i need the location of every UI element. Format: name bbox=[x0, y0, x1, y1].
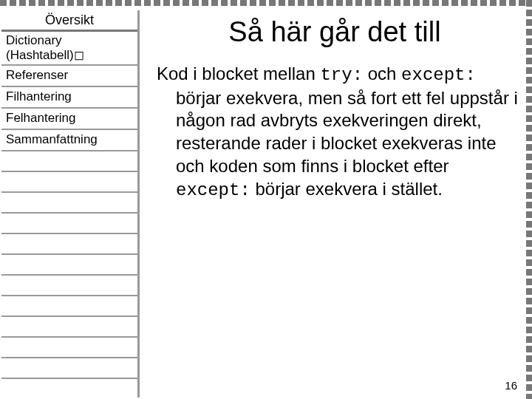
body-text-pre: Kod i blocket mellan bbox=[157, 64, 320, 83]
sidebar: Översikt Dictionary (Hashtabell)◻ Refere… bbox=[1, 10, 140, 398]
sidebar-item-label: Filhantering bbox=[6, 89, 72, 103]
sidebar-item-empty bbox=[1, 358, 137, 379]
slide-body: Kod i blocket mellan try: och except: bö… bbox=[148, 63, 522, 202]
sidebar-item-filhantering[interactable]: Filhantering bbox=[1, 87, 137, 109]
code-try: try: bbox=[320, 65, 363, 85]
sidebar-item-empty bbox=[1, 151, 137, 172]
sidebar-item-empty bbox=[1, 255, 137, 276]
decorative-right-border bbox=[526, 0, 532, 399]
sidebar-item-felhantering[interactable]: Felhantering bbox=[1, 109, 137, 130]
sidebar-header: Översikt bbox=[1, 10, 137, 32]
page-number: 16 bbox=[505, 379, 517, 392]
content-area: Så här går det till Kod i blocket mellan… bbox=[148, 9, 522, 393]
sidebar-item-empty bbox=[1, 338, 137, 358]
body-text-mid1: och bbox=[363, 64, 401, 83]
body-text-post: börjar exekvera i stället. bbox=[250, 179, 443, 199]
sidebar-item-sammanfattning[interactable]: Sammanfattning bbox=[1, 130, 137, 151]
body-text-mid2: börjar exekvera, men så fort ett fel upp… bbox=[176, 88, 518, 176]
slide-title: Så här går det till bbox=[148, 16, 522, 48]
sidebar-item-label: Felhantering bbox=[6, 111, 76, 125]
marker-icon: ◻ bbox=[74, 48, 84, 62]
sidebar-item-empty bbox=[1, 296, 137, 317]
sidebar-item-label: Dictionary (Hashtabell) bbox=[6, 33, 74, 62]
code-except-1: except: bbox=[401, 65, 476, 85]
sidebar-item-empty bbox=[1, 172, 137, 193]
slide: Översikt Dictionary (Hashtabell)◻ Refere… bbox=[0, 0, 532, 399]
sidebar-item-empty bbox=[1, 193, 137, 214]
sidebar-item-label: Sammanfattning bbox=[6, 132, 98, 146]
sidebar-item-referenser[interactable]: Referenser bbox=[1, 66, 137, 87]
sidebar-item-empty bbox=[1, 317, 137, 338]
sidebar-item-dictionary[interactable]: Dictionary (Hashtabell)◻ bbox=[1, 32, 137, 66]
sidebar-item-empty bbox=[1, 234, 137, 255]
sidebar-item-label: Referenser bbox=[6, 68, 68, 82]
code-except-2: except: bbox=[176, 180, 250, 200]
sidebar-item-empty bbox=[1, 214, 137, 234]
sidebar-item-empty bbox=[1, 276, 137, 296]
decorative-top-border bbox=[0, 0, 532, 6]
